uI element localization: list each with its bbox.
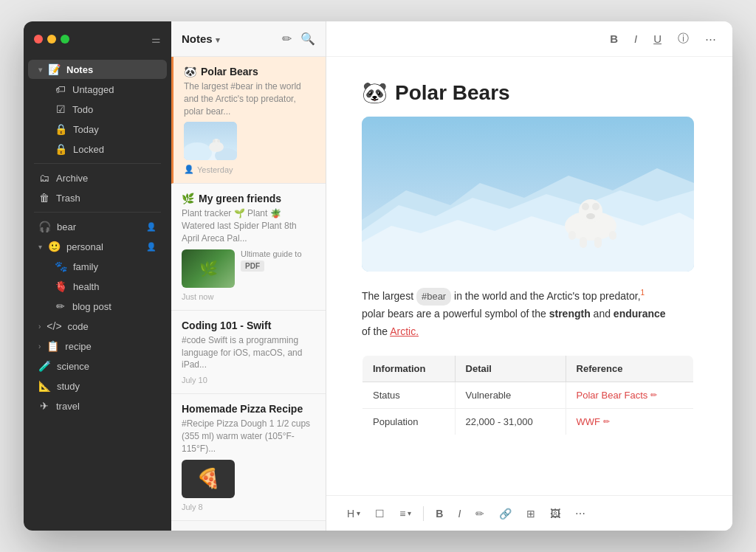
sidebar-item-archive[interactable]: 🗂 Archive <box>28 168 167 187</box>
sidebar-notes-header[interactable]: ▾ 📝 Notes <box>28 60 167 79</box>
body-text-mid: in the world and the Arctic's top predat… <box>451 290 640 302</box>
sidebar-personal-children: 🐾 family 🫀 health ✏ blog post <box>24 257 171 316</box>
body-text-pre: The largest <box>362 290 416 302</box>
highlight-button[interactable]: ✏ <box>470 504 490 523</box>
underline-button[interactable]: U <box>649 30 666 48</box>
sidebar-item-study[interactable]: 📐 study <box>28 376 167 396</box>
close-button[interactable] <box>34 35 43 44</box>
more-button[interactable]: ⋯ <box>701 30 721 49</box>
note-card-preview: The largest #bear in the world and the A… <box>184 80 315 117</box>
link-button[interactable]: 🔗 <box>493 504 518 523</box>
note-title: 🐼 Polar Bears <box>362 80 697 105</box>
sidebar-item-label: Untagged <box>72 84 114 95</box>
sidebar-item-personal[interactable]: ▾ 🙂 personal 👤 <box>28 237 167 256</box>
note-emoji: 🐼 <box>184 66 196 77</box>
table-insert-button[interactable]: ⊞ <box>520 504 541 523</box>
chevron-icon: ▾ <box>38 243 42 251</box>
bold-strength: strength <box>549 308 591 320</box>
sidebar-item-blog-post[interactable]: ✏ blog post <box>38 297 167 316</box>
note-body-paragraph: The largest #bear in the world and the A… <box>362 286 697 340</box>
filter-icon[interactable]: ⚌ <box>151 33 161 45</box>
body-line2: polar bears are a powerful symbol of the <box>362 308 549 320</box>
chevron-down-icon: ▾ <box>38 66 42 74</box>
wwf-link[interactable]: WWF ✏ <box>577 416 683 427</box>
note-card-pizza[interactable]: Homemade Pizza Recipe #Recipe Pizza Doug… <box>171 394 326 520</box>
sidebar-item-trash[interactable]: 🗑 Trash <box>28 188 167 207</box>
svg-rect-22 <box>568 231 576 240</box>
table-cell-pop-detail: 22,000 - 31,000 <box>455 409 566 435</box>
untagged-icon: 🏷 <box>55 83 66 95</box>
svg-point-7 <box>217 139 220 142</box>
sidebar-item-travel[interactable]: ✈ travel <box>28 396 167 415</box>
table-row: Status Vulnerable Polar Bear Facts ✏ <box>362 382 694 409</box>
checkbox-button[interactable]: ☐ <box>369 504 391 523</box>
image-button[interactable]: 🖼 <box>544 504 566 523</box>
sidebar-item-label: Archive <box>56 173 88 184</box>
plant-row: 🌿 Ultimate guide to PDF <box>182 249 315 292</box>
minimize-button[interactable] <box>47 35 56 44</box>
sidebar: ⚌ ▾ 📝 Notes 🏷 Untagged ☑ Todo <box>24 21 171 531</box>
bottom-toolbar: H ▾ ☐ ≡ ▾ B I ✏ 🔗 ⊞ 🖼 ⋯ <box>326 495 732 531</box>
sidebar-item-family[interactable]: 🐾 family <box>38 257 167 276</box>
note-card-coding[interactable]: Coding 101 - Swift #code Swift is a prog… <box>171 311 326 394</box>
svg-point-19 <box>586 213 595 219</box>
bold-button[interactable]: B <box>605 30 622 48</box>
toolbar-separator <box>423 506 424 521</box>
traffic-lights <box>34 35 69 44</box>
sidebar-item-label: Todo <box>72 104 93 115</box>
body-line3: of the <box>362 325 390 337</box>
italic-button[interactable]: I <box>630 30 642 48</box>
share-icon-2: 👤 <box>146 242 157 252</box>
sidebar-item-recipe[interactable]: › 📋 recipe <box>28 337 167 356</box>
sidebar-group-label: travel <box>56 401 80 412</box>
sidebar-item-locked[interactable]: 🔒 Locked <box>38 139 167 159</box>
polar-bear-scene <box>362 117 694 272</box>
heading-button[interactable]: H ▾ <box>341 504 366 523</box>
info-table: Information Detail Reference Status Vuln… <box>362 355 694 435</box>
sidebar-item-bear[interactable]: 🎧 bear 👤 <box>28 217 167 236</box>
green-emoji: 🌿 <box>182 193 194 204</box>
table-cell-pop-info: Population <box>362 409 456 435</box>
svg-point-16 <box>579 199 602 223</box>
sidebar-item-health[interactable]: 🫀 health <box>38 277 167 296</box>
sidebar-group-label: science <box>57 361 89 372</box>
notes-list-title[interactable]: Notes ▾ <box>182 32 220 45</box>
list-button[interactable]: ≡ ▾ <box>394 504 417 523</box>
notes-list-header: Notes ▾ ✏ 🔍 <box>171 21 326 57</box>
search-icon[interactable]: 🔍 <box>300 32 315 46</box>
note-card-polar-bears[interactable]: 🐼 Polar Bears The largest #bear in the w… <box>171 57 326 184</box>
heading-arrow: ▾ <box>357 509 360 517</box>
hashtag-bear[interactable]: #bear <box>416 288 451 306</box>
edit-icon: ✏ <box>650 390 657 400</box>
bold-format-button[interactable]: B <box>430 504 449 523</box>
note-timestamp-3: July 10 <box>182 376 315 384</box>
info-button[interactable]: ⓘ <box>673 29 693 49</box>
svg-rect-23 <box>609 231 616 240</box>
notes-list-panel: Notes ▾ ✏ 🔍 🐼 Polar Bears The largest #b… <box>171 21 326 531</box>
sidebar-main-section: ▾ 📝 Notes 🏷 Untagged ☑ Todo 🔒 To <box>24 60 171 159</box>
maximize-button[interactable] <box>61 35 69 44</box>
code-icon: </> <box>47 320 61 332</box>
main-toolbar: B I U ⓘ ⋯ <box>326 21 732 57</box>
travel-icon: ✈ <box>38 400 50 412</box>
italic-format-button[interactable]: I <box>452 504 467 523</box>
health-icon: 🫀 <box>55 280 67 292</box>
note-card-preview-2: Plant tracker 🌱 Plant 🪴 Watered last Spi… <box>182 207 315 244</box>
note-card-title-4: Homemade Pizza Recipe <box>182 403 315 415</box>
chevron-right-icon: › <box>38 322 41 331</box>
more-options-button[interactable]: ⋯ <box>569 504 591 523</box>
compose-icon[interactable]: ✏ <box>282 32 292 46</box>
polar-bear-facts-link[interactable]: Polar Bear Facts ✏ <box>577 390 683 401</box>
sidebar-item-code[interactable]: › </> code <box>28 317 167 336</box>
divider-2 <box>34 212 161 213</box>
note-card-green-friends[interactable]: 🌿 My green friends Plant tracker 🌱 Plant… <box>171 184 326 310</box>
divider <box>34 163 161 164</box>
sidebar-item-untagged[interactable]: 🏷 Untagged <box>38 80 167 99</box>
sidebar-item-today[interactable]: 🔒 Today <box>38 120 167 139</box>
list-arrow: ▾ <box>408 509 411 517</box>
sidebar-item-label: Today <box>73 124 99 135</box>
sidebar-item-science[interactable]: 🧪 science <box>28 356 167 376</box>
arctic-link[interactable]: Arctic. <box>390 325 419 337</box>
trash-icon: 🗑 <box>38 192 50 204</box>
sidebar-item-todo[interactable]: ☑ Todo <box>38 100 167 119</box>
